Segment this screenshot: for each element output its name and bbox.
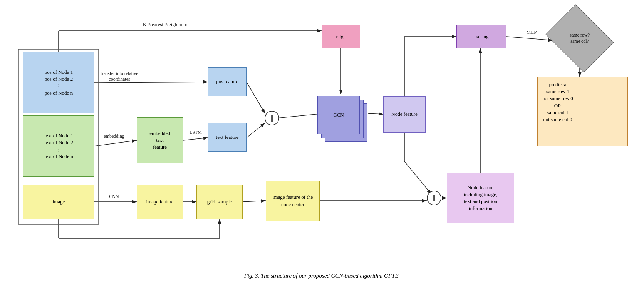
svg-line-21 [277,113,324,118]
text-feature-label: text feature [216,134,239,141]
svg-point-36 [427,191,441,205]
svg-line-31 [404,161,431,194]
svg-text:MLP: MLP [527,29,537,35]
figure-caption: Fig. 3. The structure of our proposed GC… [0,273,644,279]
svg-text:CNN: CNN [109,194,119,199]
image-feature-node-center-box: image feature of the node center [266,181,320,221]
svg-line-23 [368,113,383,114]
svg-line-20 [247,123,265,138]
svg-text:embedding: embedding [104,133,124,139]
pairing-box: pairing [456,25,506,48]
image-feature-node-center-label: image feature of the node center [268,194,317,208]
text-node-label: text of Node 1 text of Node 2 ⋮ text of … [44,132,73,160]
svg-line-15 [243,201,266,202]
image-feature-box: image feature [137,185,183,219]
predicts-label: predicts: same row 1 not same row 0 OR s… [542,81,573,123]
node-feature-box: Node feature [383,96,426,133]
svg-line-19 [247,82,265,113]
svg-text:||: || [271,115,273,122]
node-feature-full-label: Node feature including image, text and p… [464,184,497,212]
svg-text:coordinates: coordinates [109,77,130,82]
diagram-container: K-Nearest-Neighbours transfer into relat… [0,0,644,261]
node-feature-full-box: Node feature including image, text and p… [447,173,514,223]
pos-feature-label: pos feature [216,78,238,85]
image-node-box: image [23,185,94,219]
svg-text:transfer into relative: transfer into relative [101,71,138,76]
svg-text:LSTM: LSTM [190,130,202,135]
gcn-label: GCN [333,112,344,118]
diamond-shape: same row?same col? [546,5,614,73]
svg-line-5 [94,82,208,83]
svg-line-10 [183,138,208,140]
svg-point-34 [265,111,279,125]
gcn-box-front: GCN [317,96,360,134]
svg-line-26 [506,37,553,40]
svg-text:||: || [433,195,435,201]
text-node-box: text of Node 1 text of Node 2 ⋮ text of … [23,115,94,177]
text-feature-box: text feature [208,123,247,152]
pos-node-label: pos of Node 1 pos of Node 2 ⋮ pos of Nod… [45,69,73,97]
grid-sample-label: grid_sample [207,198,232,205]
predicts-box: predicts: same row 1 not same row 0 OR s… [537,77,628,146]
pos-node-box: pos of Node 1 pos of Node 2 ⋮ pos of Nod… [23,52,94,113]
edge-label: edge [336,33,346,40]
decision-diamond: same row?same col? [553,17,607,60]
edge-box: edge [322,25,360,48]
caption-text: Fig. 3. The structure of our proposed GC… [244,273,400,279]
svg-text:K-Nearest-Neighbours: K-Nearest-Neighbours [143,22,188,27]
diamond-label: same row?same col? [570,32,590,44]
svg-line-8 [94,140,137,146]
pos-feature-box: pos feature [208,67,247,96]
grid-sample-box: grid_sample [196,185,243,219]
pairing-label: pairing [475,33,489,40]
image-feature-label: image feature [146,198,173,205]
node-feature-label: Node feature [391,111,418,118]
image-node-label: image [53,198,65,205]
embedded-text-label: embedded text feature [149,130,170,151]
embedded-text-box: embedded text feature [137,117,183,163]
